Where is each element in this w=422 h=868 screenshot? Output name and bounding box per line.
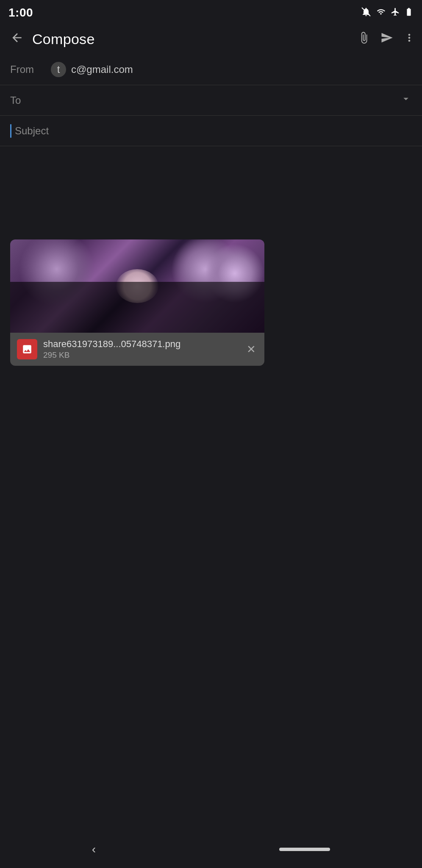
attach-icon[interactable] [358, 31, 370, 47]
attachment-size: 295 KB [43, 351, 239, 360]
to-field[interactable]: To [0, 85, 422, 116]
attachment-filename: share631973189...05748371.png [43, 339, 239, 350]
attachment-container: share631973189...05748371.png 295 KB ✕ [10, 239, 264, 366]
wifi-icon [375, 8, 386, 18]
email-body[interactable] [0, 146, 422, 231]
battery-icon [404, 7, 414, 19]
to-input[interactable] [51, 95, 400, 106]
navigation-bar: ‹ [0, 834, 422, 868]
compose-title: Compose [32, 31, 358, 47]
status-icons [361, 7, 414, 19]
home-indicator[interactable] [279, 848, 330, 851]
toolbar-actions [358, 31, 415, 47]
from-field: From t c@gmail.com [0, 54, 422, 85]
subject-placeholder: Subject [15, 125, 49, 137]
more-options-icon[interactable] [403, 32, 415, 47]
send-icon[interactable] [380, 31, 393, 47]
attachment-details: share631973189...05748371.png 295 KB [43, 339, 239, 360]
back-button[interactable] [7, 28, 27, 51]
attachment-preview [10, 239, 264, 333]
from-email: c@gmail.com [71, 64, 133, 75]
subject-field[interactable]: Subject [0, 116, 422, 146]
to-label: To [10, 95, 44, 106]
airplane-icon [391, 7, 400, 19]
notification-off-icon [361, 7, 371, 19]
toolbar: Compose [0, 24, 422, 54]
from-initial: t [51, 62, 66, 77]
status-time: 1:00 [8, 6, 33, 19]
from-label: From [10, 64, 44, 75]
attachment-info-bar: share631973189...05748371.png 295 KB ✕ [10, 333, 264, 366]
attachment-thumbnail [17, 339, 37, 359]
text-cursor [10, 124, 11, 138]
expand-recipients-icon[interactable] [400, 93, 412, 108]
nav-back-button[interactable]: ‹ [92, 843, 96, 856]
status-bar: 1:00 [0, 0, 422, 24]
remove-attachment-button[interactable]: ✕ [245, 341, 258, 358]
